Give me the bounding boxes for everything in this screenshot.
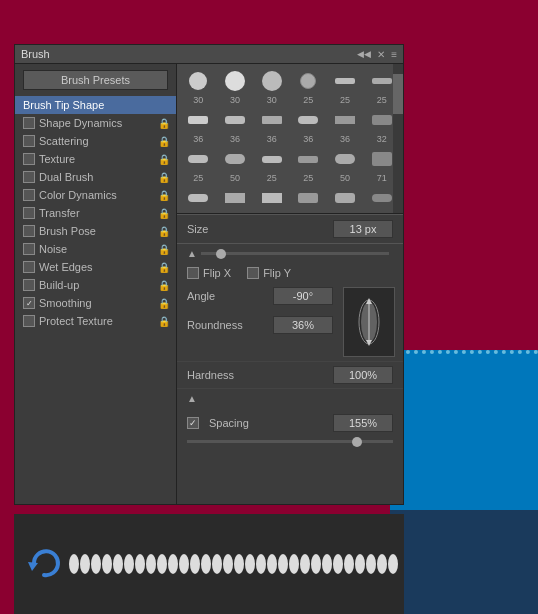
flip-row: Flip X Flip Y	[177, 263, 403, 283]
content-area: 30 30 30 25 25 25 36 36 36 36 36 32 25 5…	[177, 64, 403, 504]
brush-grid: 30 30 30 25 25 25 36 36 36 36 36 32 25 5…	[177, 64, 403, 214]
roundness-label: Roundness	[187, 319, 267, 331]
brush-item[interactable]: 30	[254, 68, 289, 105]
brush-item[interactable]: 25	[291, 68, 326, 105]
sidebar-item-scattering[interactable]: Scattering 🔒	[15, 132, 176, 150]
brush-item[interactable]: 50	[328, 146, 363, 183]
sidebar-item-texture[interactable]: Texture 🔒	[15, 150, 176, 168]
scrollbar-thumb	[393, 74, 403, 114]
brush-item[interactable]: 25	[181, 146, 216, 183]
shape-dynamics-lock: 🔒	[158, 118, 170, 129]
title-icons: ◀◀ ✕ ≡	[357, 49, 397, 60]
undo-icon	[24, 543, 64, 585]
hardness-slider-arrow[interactable]: ▲	[187, 393, 197, 404]
brush-item[interactable]: 50	[218, 146, 253, 183]
sidebar-item-wet-edges[interactable]: Wet Edges 🔒	[15, 258, 176, 276]
size-input[interactable]	[333, 220, 393, 238]
menu-icon[interactable]: ≡	[391, 49, 397, 60]
collapse-icon[interactable]: ◀◀	[357, 49, 371, 60]
color-dynamics-checkbox[interactable]	[23, 189, 35, 201]
brush-item[interactable]: 36	[328, 107, 363, 144]
size-slider-decrease[interactable]: ▲	[187, 248, 197, 259]
sidebar-item-build-up[interactable]: Build-up 🔒	[15, 276, 176, 294]
shape-dynamics-checkbox[interactable]	[23, 117, 35, 129]
sidebar-item-protect-texture[interactable]: Protect Texture 🔒	[15, 312, 176, 330]
brush-item[interactable]: 36	[218, 107, 253, 144]
angle-diagram[interactable]	[343, 287, 395, 357]
brush-item[interactable]: 36	[181, 107, 216, 144]
noise-checkbox[interactable]	[23, 243, 35, 255]
brush-item[interactable]: 25	[291, 146, 326, 183]
flip-x-label[interactable]: Flip X	[187, 267, 231, 279]
stroke-preview	[14, 514, 404, 614]
brush-grid-inner: 30 30 30 25 25 25 36 36 36 36 36 32 25 5…	[177, 64, 403, 214]
hardness-label: Hardness	[187, 369, 327, 381]
sidebar-item-brush-pose[interactable]: Brush Pose 🔒	[15, 222, 176, 240]
brush-item[interactable]: 50	[254, 185, 289, 214]
angle-section: Angle Roundness	[177, 283, 403, 361]
brush-item[interactable]: 50	[291, 185, 326, 214]
size-slider-row: ▲	[177, 244, 403, 263]
noise-lock: 🔒	[158, 244, 170, 255]
sidebar-item-transfer[interactable]: Transfer 🔒	[15, 204, 176, 222]
build-up-checkbox[interactable]	[23, 279, 35, 291]
panel-titlebar: Brush ◀◀ ✕ ≡	[15, 45, 403, 64]
spacing-slider-container	[177, 438, 403, 447]
spacing-checkbox[interactable]: ✓	[187, 417, 199, 429]
brush-item[interactable]: 30	[181, 68, 216, 105]
hardness-input[interactable]	[333, 366, 393, 384]
protect-texture-checkbox[interactable]	[23, 315, 35, 327]
wet-edges-lock: 🔒	[158, 262, 170, 273]
smoothing-checkbox[interactable]: ✓	[23, 297, 35, 309]
brush-stroke	[69, 554, 399, 574]
close-icon[interactable]: ✕	[377, 49, 385, 60]
flip-y-label[interactable]: Flip Y	[247, 267, 291, 279]
roundness-row: Roundness	[187, 316, 333, 334]
brush-presets-button[interactable]: Brush Presets	[23, 70, 168, 90]
hardness-row: Hardness	[177, 361, 403, 389]
sidebar-item-shape-dynamics[interactable]: Shape Dynamics 🔒	[15, 114, 176, 132]
brush-pose-checkbox[interactable]	[23, 225, 35, 237]
sidebar-item-brush-tip-shape[interactable]: Brush Tip Shape	[15, 96, 176, 114]
svg-marker-5	[28, 562, 38, 571]
brush-item[interactable]: 50	[218, 185, 253, 214]
sidebar-item-color-dynamics[interactable]: Color Dynamics 🔒	[15, 186, 176, 204]
spacing-label: Spacing	[209, 417, 327, 429]
build-up-lock: 🔒	[158, 280, 170, 291]
brush-item[interactable]: 25	[181, 185, 216, 214]
scattering-checkbox[interactable]	[23, 135, 35, 147]
sidebar-item-smoothing[interactable]: ✓ Smoothing 🔒	[15, 294, 176, 312]
smoothing-lock: 🔒	[158, 298, 170, 309]
brush-item[interactable]: 25	[254, 146, 289, 183]
panel-body: Brush Presets Brush Tip Shape Shape Dyna…	[15, 64, 403, 504]
angle-controls: Angle Roundness	[187, 287, 333, 357]
texture-lock: 🔒	[158, 154, 170, 165]
angle-row: Angle	[187, 287, 333, 305]
sidebar-item-noise[interactable]: Noise 🔒	[15, 240, 176, 258]
angle-input[interactable]	[273, 287, 333, 305]
sidebar-item-dual-brush[interactable]: Dual Brush 🔒	[15, 168, 176, 186]
flip-x-checkbox[interactable]	[187, 267, 199, 279]
brush-item[interactable]: 30	[218, 68, 253, 105]
brush-panel: Brush ◀◀ ✕ ≡ Brush Presets Brush Tip Sha…	[14, 44, 404, 505]
texture-checkbox[interactable]	[23, 153, 35, 165]
color-dynamics-lock: 🔒	[158, 190, 170, 201]
transfer-lock: 🔒	[158, 208, 170, 219]
flip-y-checkbox[interactable]	[247, 267, 259, 279]
sidebar: Brush Presets Brush Tip Shape Shape Dyna…	[15, 64, 177, 504]
dual-brush-lock: 🔒	[158, 172, 170, 183]
roundness-input[interactable]	[273, 316, 333, 334]
brush-item[interactable]: 36	[254, 107, 289, 144]
brush-item[interactable]: 25	[328, 68, 363, 105]
size-label: Size	[187, 223, 333, 235]
panel-title: Brush	[21, 48, 50, 60]
transfer-checkbox[interactable]	[23, 207, 35, 219]
brush-pose-lock: 🔒	[158, 226, 170, 237]
brush-item[interactable]: 36	[291, 107, 326, 144]
brush-item[interactable]: 50	[328, 185, 363, 214]
wet-edges-checkbox[interactable]	[23, 261, 35, 273]
brush-grid-scrollbar[interactable]	[393, 64, 403, 213]
spacing-input[interactable]	[333, 414, 393, 432]
dual-brush-checkbox[interactable]	[23, 171, 35, 183]
size-row: Size	[177, 214, 403, 244]
